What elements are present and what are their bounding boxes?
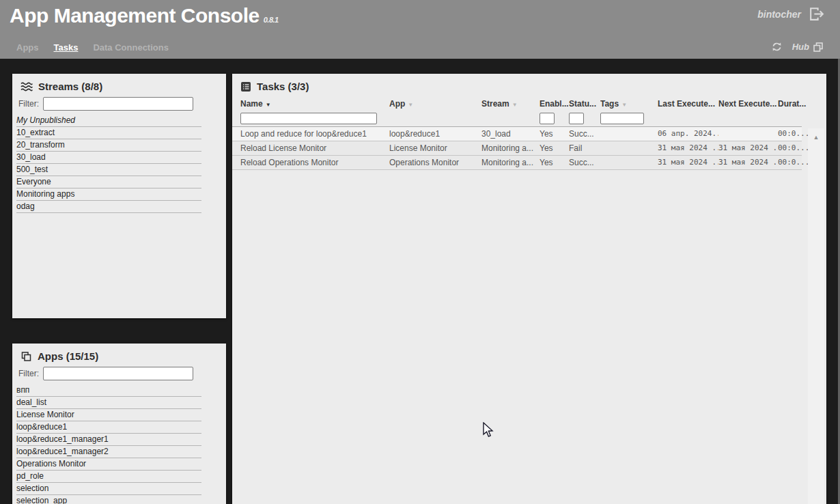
tasks-panel: Tasks (3/3) Name▼ App▼ Stream▼ Enabl... … — [232, 74, 826, 504]
cell-stream: Monitoring a... — [481, 141, 540, 155]
app-title-text: App Management Console — [10, 4, 260, 27]
streams-filter-label: Filter: — [18, 99, 39, 109]
status-filter-input[interactable] — [569, 113, 584, 124]
list-item[interactable]: Everyone — [16, 176, 201, 188]
column-header-app[interactable]: App▼ — [389, 98, 481, 110]
column-header-last-execution[interactable]: Last Execute... — [658, 98, 718, 110]
sort-desc-icon: ▼ — [266, 102, 271, 108]
streams-panel: Streams (8/8) Filter: My Unpublished 10_… — [12, 74, 226, 318]
tab-apps[interactable]: Apps — [16, 42, 39, 54]
list-item[interactable]: selection_app — [16, 495, 201, 504]
list-item[interactable]: selection — [16, 483, 201, 495]
column-header-stream[interactable]: Stream▼ — [481, 98, 540, 110]
streams-panel-header: Streams (8/8) — [12, 74, 226, 95]
open-hub-window-icon[interactable] — [813, 42, 824, 53]
column-header-status[interactable]: Statu... — [569, 98, 600, 110]
cell-next-execution — [718, 127, 778, 141]
hub-link[interactable]: Hub — [792, 42, 809, 52]
streams-list: My Unpublished 10_extract 20_transform 3… — [16, 115, 201, 213]
list-item[interactable]: deal_list — [16, 397, 201, 409]
tasks-table-header: Name▼ App▼ Stream▼ Enabl... Statu... Tag… — [232, 98, 826, 110]
list-item[interactable]: Operations Monitor — [16, 458, 201, 471]
streams-icon — [20, 81, 33, 92]
cell-next-execution: 31 мая 2024 ... — [718, 141, 778, 155]
cell-duration: 00:0... — [778, 127, 809, 141]
list-item[interactable]: 10_extract — [16, 127, 201, 139]
list-item[interactable]: loop&reduce1_manager1 — [16, 434, 201, 446]
table-row[interactable]: Loop and reduce for loop&reduce1 loop&re… — [232, 127, 802, 141]
list-item[interactable]: pd_role — [16, 471, 201, 483]
refresh-icon[interactable] — [771, 41, 783, 53]
cell-tags — [600, 141, 658, 155]
column-header-next-execution[interactable]: Next Execute... — [718, 98, 778, 110]
apps-panel: Apps (15/15) Filter: впп deal_list Licen… — [12, 344, 226, 504]
main-nav: Apps Tasks Data Connections — [16, 42, 169, 54]
cell-last-execution: 31 мая 2024 ... — [658, 141, 718, 155]
scroll-up-icon[interactable]: ▲ — [808, 134, 824, 141]
name-filter-input[interactable] — [240, 113, 377, 124]
cell-enabled: Yes — [540, 127, 569, 141]
top-header: App Management Console0.8.1 Apps Tasks D… — [0, 0, 840, 59]
cell-app: Operations Monitor — [389, 156, 481, 169]
user-area: bintocher — [757, 5, 825, 23]
sort-desc-icon: ▼ — [621, 102, 627, 108]
cell-app: License Monitor — [389, 141, 481, 155]
cell-tags — [600, 127, 658, 141]
apps-list: впп deal_list License Monitor loop&reduc… — [16, 384, 201, 504]
streams-panel-title: Streams (8/8) — [38, 81, 102, 92]
cell-name: Loop and reduce for loop&reduce1 — [240, 127, 389, 141]
apps-panel-header: Apps (15/15) — [12, 344, 226, 365]
cell-stream: Monitoring a... — [481, 156, 540, 169]
enabled-filter-input[interactable] — [540, 113, 555, 124]
cell-enabled: Yes — [540, 156, 569, 169]
list-item[interactable]: loop&reduce1 — [16, 421, 201, 434]
list-item[interactable]: 30_load — [16, 152, 201, 164]
table-row[interactable]: Reload License Monitor License Monitor M… — [232, 141, 802, 156]
cell-status: Succ... — [569, 127, 600, 141]
cell-status: Succ... — [569, 156, 600, 169]
app-version: 0.8.1 — [264, 16, 279, 24]
table-row[interactable]: Reload Operations Monitor Operations Mon… — [232, 156, 802, 170]
column-header-duration[interactable]: Durat... — [778, 98, 809, 110]
tasks-table-body: Loop and reduce for loop&reduce1 loop&re… — [232, 126, 802, 170]
tab-tasks[interactable]: Tasks — [54, 42, 79, 54]
list-item[interactable]: 20_transform — [16, 139, 201, 152]
streams-filter-input[interactable] — [43, 97, 193, 111]
tasks-filter-row — [232, 110, 826, 126]
column-header-enabled[interactable]: Enabl... — [540, 98, 569, 110]
list-item[interactable]: odag — [16, 201, 201, 213]
list-item[interactable]: 500_test — [16, 164, 201, 176]
tags-filter-input[interactable] — [600, 113, 644, 124]
tasks-icon — [240, 81, 251, 92]
tasks-panel-title: Tasks (3/3) — [257, 81, 309, 92]
cell-tags — [600, 156, 658, 169]
page-title: App Management Console0.8.1 — [10, 4, 279, 27]
sort-desc-icon: ▼ — [512, 102, 518, 108]
column-header-name[interactable]: Name▼ — [240, 98, 389, 110]
cell-status: Fail — [569, 141, 600, 155]
tasks-panel-header: Tasks (3/3) — [232, 74, 826, 95]
logout-icon[interactable] — [808, 5, 825, 23]
apps-filter-input[interactable] — [43, 367, 193, 380]
cell-duration: 00:0... — [778, 141, 809, 155]
cell-duration: 00:0... — [778, 156, 809, 169]
cell-app: loop&reduce1 — [389, 127, 481, 141]
column-header-tags[interactable]: Tags▼ — [600, 98, 658, 110]
cell-next-execution: 31 мая 2024 ... — [718, 156, 778, 169]
cell-name: Reload Operations Monitor — [240, 156, 389, 169]
list-item[interactable]: loop&reduce1_manager2 — [16, 446, 201, 458]
apps-filter-label: Filter: — [18, 369, 39, 378]
list-item[interactable]: Monitoring apps — [16, 188, 201, 201]
streams-filter-row: Filter: — [12, 95, 226, 115]
apps-filter-row: Filter: — [12, 365, 226, 384]
list-item[interactable]: впп — [16, 384, 201, 397]
sort-desc-icon: ▼ — [408, 102, 413, 108]
list-item[interactable]: License Monitor — [16, 409, 201, 421]
cell-name: Reload License Monitor — [240, 141, 389, 155]
cell-stream: 30_load — [481, 127, 540, 141]
list-item[interactable]: My Unpublished — [16, 115, 201, 127]
cell-last-execution: 06 апр. 2024... — [658, 127, 718, 141]
tab-data-connections[interactable]: Data Connections — [93, 42, 169, 54]
cell-enabled: Yes — [540, 141, 569, 155]
table-scrollbar[interactable]: ▲ — [808, 128, 824, 504]
